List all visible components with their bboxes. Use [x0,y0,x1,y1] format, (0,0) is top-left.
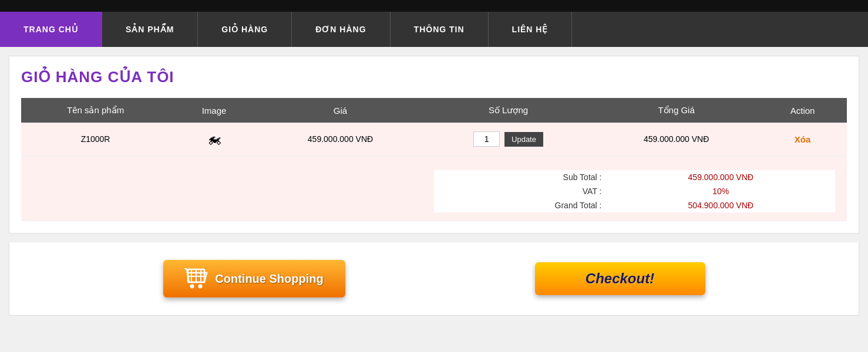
col-total: Tổng Giá [594,98,758,123]
product-quantity-cell: Update [422,123,594,156]
totals-row: Sub Total : 459.000.000 VNĐ VAT : 10% Gr… [21,156,847,221]
main-navigation: TRANG CHỦ SẢN PHẨM GIỎ HÀNG ĐƠN HÀNG THÔ… [0,12,868,47]
checkout-label: Checkout! [586,270,654,286]
totals-empty-cell [21,156,422,221]
svg-point-7 [199,285,203,289]
grand-total-row: Grand Total : 504.900.000 VNĐ [434,198,835,212]
totals-cell: Sub Total : 459.000.000 VNĐ VAT : 10% Gr… [422,156,847,221]
nav-item-don-hang[interactable]: ĐƠN HÀNG [292,12,390,47]
buttons-area: Continue Shopping Checkout! [9,242,859,316]
cart-table: Tên sản phẩm Image Giá Số Lượng Tổng Giá… [21,98,847,221]
col-action: Action [758,98,847,123]
table-row: Z1000R 🏍 459.000.000 VNĐ Update 459.000.… [21,123,847,156]
subtotal-label: Sub Total : [434,170,606,184]
product-price: 459.000.000 VNĐ [258,123,422,156]
update-button[interactable]: Update [504,132,543,147]
subtotal-value: 459.000.000 VNĐ [606,170,835,184]
svg-point-6 [190,285,194,289]
motorcycle-icon: 🏍 [207,131,221,147]
continue-shopping-label: Continue Shopping [215,272,323,286]
subtotal-row: Sub Total : 459.000.000 VNĐ [434,170,835,184]
grand-total-label: Grand Total : [434,198,606,212]
vat-label: VAT : [434,184,606,198]
product-total: 459.000.000 VNĐ [594,123,758,156]
col-image: Image [170,98,258,123]
cart-content: GIỎ HÀNG CỦA TÔI Tên sản phẩm Image Giá … [9,56,859,233]
vat-row: VAT : 10% [434,184,835,198]
nav-item-san-pham[interactable]: SẢN PHẨM [102,12,198,47]
totals-table: Sub Total : 459.000.000 VNĐ VAT : 10% Gr… [434,170,835,212]
product-name: Z1000R [21,123,170,156]
quantity-input[interactable] [473,131,500,147]
product-delete-cell: Xóa [758,123,847,156]
col-product: Tên sản phẩm [21,98,170,123]
table-header-row: Tên sản phẩm Image Giá Số Lượng Tổng Giá… [21,98,847,123]
product-image-cell: 🏍 [170,123,258,156]
nav-item-trang-chu[interactable]: TRANG CHỦ [0,12,102,47]
cart-icon [184,268,208,289]
nav-item-gio-hang[interactable]: GIỎ HÀNG [198,12,292,47]
continue-shopping-button[interactable]: Continue Shopping [163,260,345,297]
vat-value: 10% [606,184,835,198]
nav-item-thong-tin[interactable]: THÔNG TIN [391,12,489,47]
col-quantity: Số Lượng [422,98,594,123]
top-bar [0,0,868,12]
delete-link[interactable]: Xóa [795,134,811,144]
page-title: GIỎ HÀNG CỦA TÔI [21,68,847,86]
grand-total-value: 504.900.000 VNĐ [606,198,835,212]
col-price: Giá [258,98,422,123]
checkout-button[interactable]: Checkout! [535,262,705,295]
nav-item-lien-he[interactable]: LIÊN HỆ [489,12,573,47]
